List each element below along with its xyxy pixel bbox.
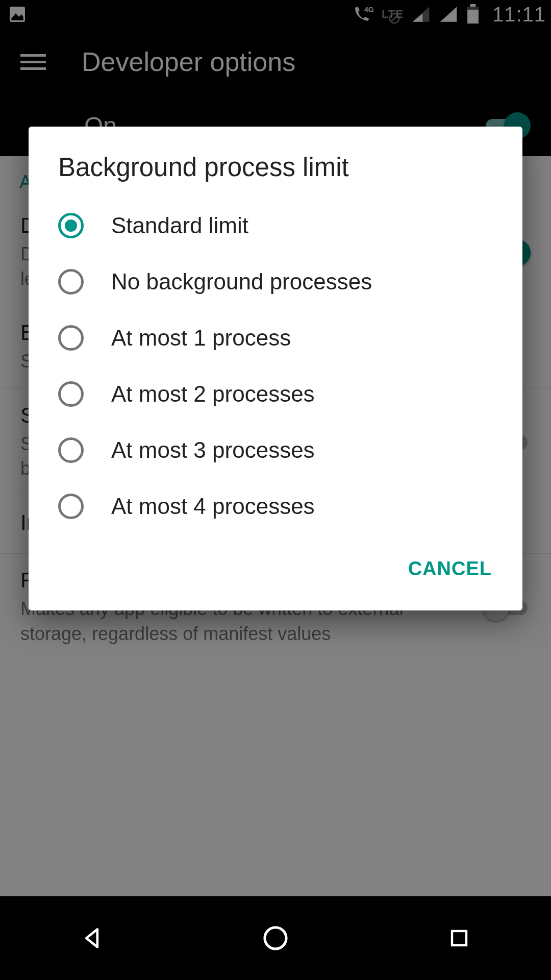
dialog-option-list: Standard limitNo background processesAt … [29,198,522,534]
radio-icon [58,325,84,351]
radio-icon [58,437,84,463]
dialog-option-label: At most 1 process [111,325,291,351]
radio-icon [58,494,84,519]
nav-recents-button[interactable] [434,913,485,964]
background-process-limit-dialog: Background process limit Standard limitN… [29,127,522,610]
radio-icon [58,269,84,295]
dialog-option[interactable]: At most 3 processes [29,422,522,478]
nav-back-button[interactable] [66,913,117,964]
dialog-option-label: Standard limit [111,213,248,238]
navigation-bar [0,896,551,980]
svg-point-6 [265,927,286,949]
nav-home-button[interactable] [250,913,301,964]
dialog-option-label: At most 4 processes [111,494,315,519]
dialog-option[interactable]: At most 2 processes [29,366,522,422]
svg-rect-7 [452,931,466,945]
cancel-button[interactable]: CANCEL [398,550,502,588]
dialog-option[interactable]: No background processes [29,254,522,310]
dialog-option-label: At most 3 processes [111,437,315,463]
dialog-title: Background process limit [29,152,522,198]
dialog-option[interactable]: At most 4 processes [29,478,522,534]
dialog-option-label: No background processes [111,269,372,295]
dialog-option[interactable]: At most 1 process [29,310,522,366]
dialog-option[interactable]: Standard limit [29,198,522,254]
radio-icon [58,213,84,238]
dialog-option-label: At most 2 processes [111,381,315,407]
radio-icon [58,381,84,407]
